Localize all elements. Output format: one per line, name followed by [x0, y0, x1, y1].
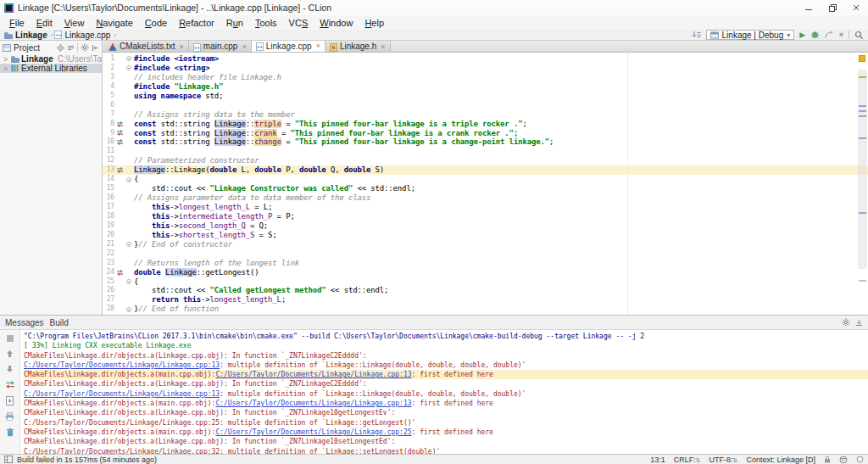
locate-icon[interactable]	[57, 44, 64, 52]
search-everywhere-icon[interactable]	[854, 31, 864, 40]
notifications-icon[interactable]	[856, 456, 864, 463]
fold-marker-icon[interactable]	[125, 305, 132, 314]
menu-navigate[interactable]: Navigate	[90, 17, 138, 29]
restore-button[interactable]	[821, 0, 844, 15]
code-line-6[interactable]: 6	[103, 101, 868, 110]
line-separator-selector[interactable]: CRLF:⇅	[674, 456, 701, 464]
code-line-11[interactable]: 11	[103, 147, 868, 156]
debug-button[interactable]	[810, 31, 820, 39]
file-link[interactable]: C:/Users/Taylor/Documents/Linkage/Linkag…	[215, 400, 411, 407]
gear-icon[interactable]	[842, 318, 850, 327]
tab-close-icon[interactable]: ×	[242, 42, 246, 51]
gear-icon[interactable]	[81, 43, 89, 52]
code-line-27[interactable]: 27 return this->longest_length_L;	[103, 295, 868, 305]
clear-all-icon[interactable]	[6, 428, 14, 437]
navigate-source-icon[interactable]	[5, 380, 15, 389]
lock-icon[interactable]	[824, 456, 831, 463]
chevron-right-icon[interactable]: >	[3, 64, 9, 73]
project-header-label[interactable]: Project	[14, 43, 40, 53]
goto-declaration-icon[interactable]	[115, 137, 125, 147]
code-line-5[interactable]: 5using namespace std;	[103, 92, 868, 101]
tab-close-icon[interactable]: ×	[180, 42, 184, 51]
tab-linkage.h[interactable]: hLinkage.h×	[326, 41, 391, 52]
code-editor[interactable]: 1#include <iostream>2#include <string>3/…	[103, 53, 868, 315]
breadcrumb-project[interactable]: Linkage	[4, 31, 47, 40]
editor-scrollbar[interactable]	[858, 70, 867, 269]
menu-view[interactable]: View	[58, 17, 91, 29]
code-line-2[interactable]: 2#include <string>	[103, 64, 868, 73]
goto-declaration-icon[interactable]	[115, 268, 125, 277]
run-configuration-select[interactable]: Linkage | Debug ▾	[706, 30, 795, 40]
code-line-7[interactable]: 7// Assigns string data to the member	[103, 110, 868, 120]
code-line-22[interactable]: 22	[103, 249, 868, 259]
menu-window[interactable]: Window	[314, 17, 359, 29]
collapse-all-icon[interactable]	[67, 44, 75, 52]
minimize-button[interactable]	[797, 0, 821, 15]
code-line-15[interactable]: 15 std::cout << "Linkage Constructor was…	[103, 184, 868, 193]
next-message-icon[interactable]	[6, 365, 14, 373]
file-link[interactable]: C:/Users/Taylor/Documents/Linkage/Linkag…	[24, 361, 220, 369]
tab-close-icon[interactable]: ×	[316, 42, 320, 50]
highlighting-level-icon[interactable]	[839, 456, 848, 464]
code-line-23[interactable]: 23// Returns length of the longest link	[103, 259, 868, 268]
tab-main.cpp[interactable]: ++main.cpp×	[189, 41, 252, 52]
code-line-10[interactable]: 10const std::string Linkage::change = "T…	[103, 137, 868, 147]
code-line-26[interactable]: 26 std::cout << "Called getLongest metho…	[103, 286, 868, 295]
file-link[interactable]: C:/Users/Taylor/Documents/Linkage/Linkag…	[215, 371, 411, 378]
menu-vcs[interactable]: VCS	[283, 17, 314, 29]
menu-run[interactable]: Run	[220, 17, 249, 29]
code-line-19[interactable]: 19 this->second_length_Q = Q;	[103, 221, 868, 231]
code-line-12[interactable]: 12// Parameterized constructor	[103, 156, 868, 165]
build-console[interactable]: "C:\Program Files\JetBrains\CLion 2017.3…	[20, 330, 868, 454]
fold-marker-icon[interactable]	[125, 240, 132, 249]
code-line-20[interactable]: 20 this->shortest_length_S = S;	[103, 231, 868, 240]
code-line-13[interactable]: 13Linkage::Linkage(double L, double P, d…	[103, 165, 868, 175]
fold-marker-icon[interactable]	[125, 277, 132, 287]
close-button[interactable]	[844, 0, 868, 15]
collapse-windows-icon[interactable]	[692, 31, 701, 39]
goto-declaration-icon[interactable]	[115, 165, 125, 175]
file-link[interactable]: C:/Users/Taylor/Documents/Linkage/Linkag…	[24, 390, 220, 398]
previous-message-icon[interactable]	[6, 349, 14, 358]
fold-marker-icon[interactable]	[125, 64, 132, 73]
encoding-selector[interactable]: UTF-8:⇅	[709, 456, 738, 464]
tree-item-external-libraries[interactable]: >External Libraries	[0, 64, 102, 73]
menu-refactor[interactable]: Refactor	[173, 17, 220, 29]
print-icon[interactable]	[5, 412, 14, 421]
toolwindow-switcher-icon[interactable]	[4, 456, 13, 463]
attach-to-process-icon[interactable]	[825, 31, 834, 39]
code-line-14[interactable]: 14{	[103, 175, 868, 184]
fold-marker-icon[interactable]	[125, 175, 132, 184]
code-line-8[interactable]: 8const std::string Linkage::triple = "Th…	[103, 120, 868, 129]
tab-close-icon[interactable]: ×	[381, 42, 385, 51]
code-line-21[interactable]: 21}// End of constructor	[103, 240, 868, 249]
tree-item-linkage[interactable]: >LinkageC:\Users\Taylor\Do	[0, 54, 102, 64]
code-line-17[interactable]: 17 this->longest_length_L = L;	[103, 203, 868, 212]
stop-button[interactable]: ■	[839, 31, 843, 38]
caret-position[interactable]: 13:1	[650, 456, 665, 464]
file-link[interactable]: C:/Users/Taylor/Documents/Linkage/Linkag…	[215, 428, 411, 436]
stop-icon[interactable]	[6, 334, 14, 343]
code-line-24[interactable]: 24double Linkage::getLongest()	[103, 268, 868, 277]
export-icon[interactable]	[5, 396, 14, 405]
code-line-18[interactable]: 18 this->intermediate_length_P = P;	[103, 212, 868, 221]
hide-panel-icon[interactable]	[92, 44, 99, 52]
fold-marker-icon[interactable]	[125, 54, 132, 64]
hide-panel-icon[interactable]	[855, 319, 863, 327]
goto-declaration-icon[interactable]	[115, 129, 125, 138]
code-line-9[interactable]: 9const std::string Linkage::crank = "Thi…	[103, 129, 868, 138]
menu-tools[interactable]: Tools	[249, 17, 283, 29]
chevron-right-icon[interactable]: >	[3, 55, 9, 64]
code-line-1[interactable]: 1#include <iostream>	[103, 54, 868, 64]
code-line-16[interactable]: 16// Assigns parameter data to data memb…	[103, 193, 868, 203]
tab-cmakelists.txt[interactable]: CMakeLists.txt×	[104, 41, 189, 52]
menu-code[interactable]: Code	[139, 17, 173, 29]
code-line-28[interactable]: 28}// End of function	[103, 305, 868, 314]
code-line-4[interactable]: 4#include "Linkage.h"	[103, 82, 868, 92]
error-stripe[interactable]	[856, 53, 868, 315]
tab-linkage.cpp[interactable]: ++Linkage.cpp×	[252, 41, 326, 52]
menu-file[interactable]: File	[3, 17, 31, 29]
code-line-3[interactable]: 3// includes header file Linkage.h	[103, 73, 868, 82]
messages-tab-build[interactable]: Build	[50, 318, 69, 327]
resolve-context-selector[interactable]: Context: Linkage [D]	[746, 456, 815, 464]
